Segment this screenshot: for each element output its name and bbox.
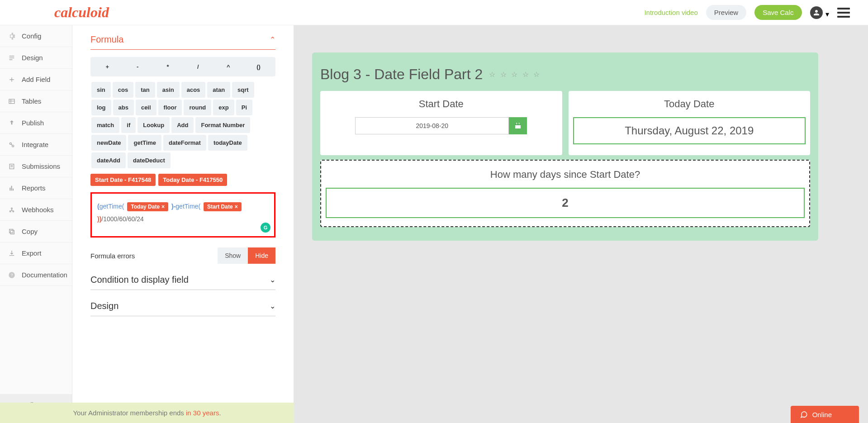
op-mult[interactable]: * bbox=[153, 59, 183, 75]
fn-add[interactable]: Add bbox=[171, 117, 194, 133]
design-icon bbox=[8, 54, 15, 62]
errors-hide-button[interactable]: Hide bbox=[248, 247, 275, 264]
start-date-input[interactable] bbox=[355, 117, 509, 134]
formula-errors-row: Formula errors Show Hide bbox=[90, 247, 275, 264]
sidebar-item-design[interactable]: Design bbox=[0, 47, 72, 69]
today-date-value: Thursday, August 22, 2019 bbox=[573, 117, 806, 144]
remove-tag-icon[interactable]: × bbox=[161, 204, 165, 210]
fn-format-number[interactable]: Format Number bbox=[195, 117, 250, 133]
chevron-down-icon: ⌄ bbox=[270, 302, 275, 310]
formula-editor[interactable]: (getTime( Today Date× )-getTime( Start D… bbox=[90, 192, 275, 238]
calendar-icon bbox=[514, 122, 522, 129]
sidebar-item-tables[interactable]: Tables bbox=[0, 90, 72, 112]
sidebar-item-export[interactable]: Export bbox=[0, 242, 72, 264]
sidebar-label: Documentation bbox=[22, 271, 67, 279]
fn-sqrt[interactable]: sqrt bbox=[232, 82, 254, 98]
online-chat-widget[interactable]: Online bbox=[791, 406, 859, 423]
gear-icon bbox=[8, 33, 15, 40]
fn-sin[interactable]: sin bbox=[91, 82, 111, 98]
condition-section-header[interactable]: Condition to display field ⌄ bbox=[90, 270, 275, 290]
op-div[interactable]: / bbox=[183, 59, 213, 75]
plus-icon bbox=[8, 76, 15, 83]
webhooks-icon bbox=[8, 206, 15, 214]
sidebar-item-submissions[interactable]: Submissions bbox=[0, 156, 72, 177]
tok-tag-start[interactable]: Start Date× bbox=[204, 202, 242, 211]
fn-lookup[interactable]: Lookup bbox=[138, 117, 170, 133]
sidebar-label: Copy bbox=[22, 228, 38, 235]
sidebar-item-integrate[interactable]: Integrate bbox=[0, 134, 72, 156]
design-section-header[interactable]: Design ⌄ bbox=[90, 296, 275, 316]
svg-point-6 bbox=[11, 208, 13, 209]
fn-exp[interactable]: exp bbox=[213, 100, 234, 115]
export-icon bbox=[8, 250, 15, 257]
chevron-up-icon: ⌃ bbox=[270, 35, 275, 44]
svg-rect-13 bbox=[517, 123, 517, 124]
tok-tail: /1000/60/60/24 bbox=[101, 215, 143, 223]
sidebar-label: Config bbox=[22, 32, 41, 40]
op-paren[interactable]: () bbox=[243, 59, 274, 75]
sidebar-item-webhooks[interactable]: Webhooks bbox=[0, 199, 72, 221]
fn-asin[interactable]: asin bbox=[157, 82, 180, 98]
fn-datededuct[interactable]: dateDeduct bbox=[128, 152, 171, 168]
preview-button[interactable]: Preview bbox=[706, 5, 746, 20]
fn-ceil[interactable]: ceil bbox=[136, 100, 157, 115]
tok-tag-today[interactable]: Today Date× bbox=[127, 202, 168, 211]
fn-if[interactable]: if bbox=[121, 117, 136, 133]
sidebar: Config Design Add Field Tables Publish I… bbox=[0, 25, 72, 423]
fn-match[interactable]: match bbox=[91, 117, 119, 133]
operator-row: + - * / ^ () bbox=[90, 57, 275, 76]
fn-dateformat[interactable]: dateFormat bbox=[163, 135, 206, 151]
svg-rect-14 bbox=[519, 123, 519, 124]
svg-point-5 bbox=[13, 211, 14, 212]
rating-stars[interactable]: ☆ ☆ ☆ ☆ ☆ bbox=[489, 70, 541, 79]
fn-floor[interactable]: floor bbox=[158, 100, 182, 115]
sidebar-label: Tables bbox=[22, 97, 41, 105]
caret-down-icon: ▾ bbox=[825, 10, 829, 19]
sidebar-item-copy[interactable]: Copy bbox=[0, 221, 72, 242]
sidebar-item-documentation[interactable]: ?Documentation bbox=[0, 264, 72, 286]
errors-show-button[interactable]: Show bbox=[218, 247, 248, 264]
fn-atan[interactable]: atan bbox=[207, 82, 230, 98]
result-value: 2 bbox=[326, 188, 805, 218]
sidebar-item-reports[interactable]: Reports bbox=[0, 177, 72, 199]
sidebar-item-config[interactable]: Config bbox=[0, 25, 72, 47]
tok-gettime1: getTime( bbox=[100, 203, 124, 210]
save-calc-button[interactable]: Save Calc bbox=[754, 5, 802, 20]
section-title: Formula bbox=[90, 34, 123, 45]
preview-pane: Blog 3 - Date Field Part 2 ☆ ☆ ☆ ☆ ☆ Sta… bbox=[294, 25, 868, 423]
calendar-button[interactable] bbox=[509, 117, 527, 134]
fn-gettime[interactable]: getTime bbox=[128, 135, 161, 151]
fn-tan[interactable]: tan bbox=[135, 82, 155, 98]
sidebar-item-publish[interactable]: Publish bbox=[0, 112, 72, 134]
fn-newdate[interactable]: newDate bbox=[91, 135, 126, 151]
op-pow[interactable]: ^ bbox=[213, 59, 243, 75]
user-menu[interactable]: ▾ bbox=[810, 6, 829, 19]
grammarly-icon[interactable]: G bbox=[261, 223, 270, 233]
fn-cos[interactable]: cos bbox=[113, 82, 133, 98]
intro-video-link[interactable]: Introduction video bbox=[644, 9, 697, 16]
fn-todaydate[interactable]: todayDate bbox=[208, 135, 247, 151]
sidebar-label: Submissions bbox=[22, 162, 60, 170]
avatar-icon bbox=[810, 6, 823, 19]
fn-dateadd[interactable]: dateAdd bbox=[91, 152, 126, 168]
chip-start-date[interactable]: Start Date - F417548 bbox=[90, 174, 156, 186]
fn-abs[interactable]: abs bbox=[113, 100, 134, 115]
publish-icon bbox=[8, 119, 15, 127]
sidebar-item-add-field[interactable]: Add Field bbox=[0, 69, 72, 90]
remove-tag-icon[interactable]: × bbox=[235, 204, 238, 210]
op-minus[interactable]: - bbox=[123, 59, 153, 75]
fn-round[interactable]: round bbox=[184, 100, 211, 115]
result-card[interactable]: How many days since Start Date? 2 bbox=[320, 160, 810, 227]
fn-acos[interactable]: acos bbox=[181, 82, 206, 98]
svg-rect-12 bbox=[515, 124, 521, 125]
chevron-down-icon: ⌄ bbox=[270, 276, 275, 284]
fn-pi[interactable]: Pi bbox=[236, 100, 252, 115]
field-reference-chips: Start Date - F417548 Today Date - F41755… bbox=[90, 174, 275, 186]
fn-log[interactable]: log bbox=[91, 100, 111, 115]
op-plus[interactable]: + bbox=[92, 59, 123, 75]
svg-point-4 bbox=[9, 211, 11, 212]
hamburger-menu[interactable] bbox=[837, 5, 850, 20]
chip-today-date[interactable]: Today Date - F417550 bbox=[158, 174, 227, 186]
editor-panel: Formula ⌃ + - * / ^ () sincostanasinacos… bbox=[72, 25, 294, 423]
formula-section-header[interactable]: Formula ⌃ bbox=[90, 30, 275, 50]
